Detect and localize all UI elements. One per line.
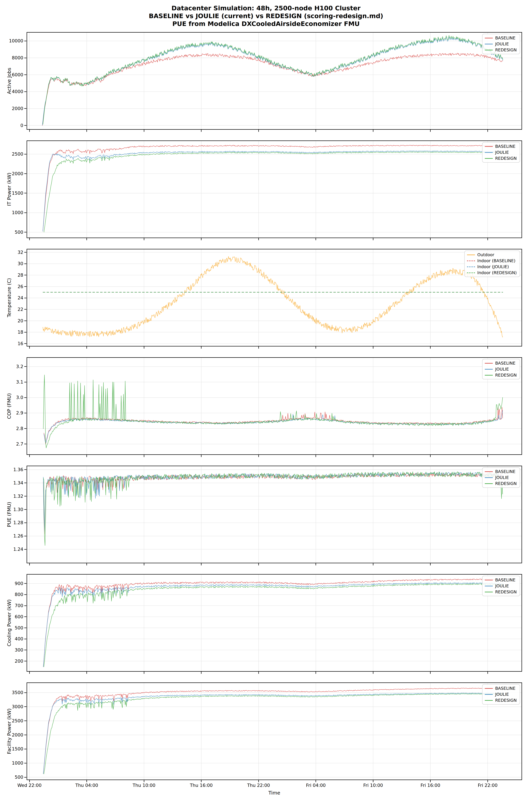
y-tick-mark [24, 692, 26, 693]
y-tick-mark [24, 706, 26, 707]
series-pue-baseline [43, 473, 503, 534]
y-tick-label: 0 [0, 123, 23, 128]
legend-item: REDESIGN [485, 373, 517, 377]
legend-cop: BASELINEJOULIEREDESIGN [482, 359, 520, 379]
legend-item: JOULIE [485, 475, 517, 480]
panel-pue: PUE (FMU)1.241.261.281.301.321.341.36BAS… [0, 466, 532, 567]
legend-label: BASELINE [495, 578, 515, 582]
legend-pue: BASELINEJOULIEREDESIGN [482, 467, 520, 488]
legend-item: REDESIGN [485, 698, 517, 703]
x-tick-mark [258, 130, 259, 132]
y-tick-label: 500 [0, 625, 23, 631]
legend-label: Indoor (BASELINE) [477, 259, 515, 263]
legend-item: REDESIGN [485, 481, 517, 486]
y-tick-label: 800 [0, 592, 23, 597]
y-tick-mark [24, 763, 26, 763]
y-tick-mark [24, 125, 26, 126]
x-tick-mark [373, 346, 374, 349]
y-tick-label: 1.24 [0, 547, 23, 552]
legend-label: REDESIGN [495, 373, 517, 377]
legend-item: REDESIGN [485, 590, 517, 594]
legend-line-swatch [467, 266, 475, 267]
legend-line-swatch [485, 158, 493, 159]
y-tick-label: 6000 [0, 72, 23, 77]
x-tick-mark [316, 780, 316, 782]
y-tick-mark [24, 735, 26, 735]
x-tick-label: Thu 22:00 [239, 783, 279, 788]
y-tick-label: 3500 [0, 690, 23, 695]
y-tick-label: 10000 [0, 38, 23, 43]
legend-label: JOULIE [495, 584, 509, 588]
legend-line-swatch [485, 471, 493, 472]
legend-cooling-power: BASELINEJOULIEREDESIGN [482, 576, 520, 596]
x-tick-mark [201, 130, 202, 132]
x-tick-mark [488, 672, 488, 674]
legend-item: Indoor (REDESIGN) [467, 270, 517, 275]
legend-item: BASELINE [485, 686, 517, 690]
x-tick-mark [430, 780, 431, 782]
plot-area-active-jobs [26, 32, 522, 130]
panel-temperature: Temperature (C)161820222426283032Outdoor… [0, 249, 532, 350]
y-tick-label: 16 [0, 341, 23, 346]
y-tick-mark [24, 428, 26, 429]
legend-label: JOULIE [495, 367, 509, 372]
x-tick-mark [488, 238, 488, 240]
y-tick-label: 400 [0, 636, 23, 642]
series-cooling-power-redesign [44, 584, 503, 667]
legend-item: BASELINE [485, 36, 517, 40]
legend-item: REDESIGN [485, 48, 517, 52]
x-tick-mark [488, 346, 488, 349]
series-temperature-outdoor [43, 256, 503, 337]
legend-label: JOULIE [495, 42, 509, 46]
legend-line-swatch [485, 152, 493, 153]
series-it-power-redesign [44, 152, 503, 232]
x-tick-mark [87, 455, 87, 457]
plot-area-temperature [26, 249, 522, 346]
y-tick-mark [24, 92, 26, 92]
y-tick-mark [24, 650, 26, 650]
y-tick-mark [24, 212, 26, 213]
y-tick-mark [24, 661, 26, 661]
y-tick-mark [24, 275, 26, 275]
y-axis-title-cop: COP (FMU) [6, 357, 12, 455]
y-tick-label: 26 [0, 284, 23, 289]
y-tick-label: 1.28 [0, 520, 23, 525]
x-tick-mark [316, 563, 316, 565]
y-axis-title-cooling-power: Cooling Power (kW) [6, 574, 12, 672]
x-tick-mark [316, 238, 316, 240]
y-tick-mark [24, 193, 26, 193]
x-tick-mark [201, 238, 202, 240]
x-tick-mark [430, 563, 431, 565]
legend-label: REDESIGN [495, 156, 517, 160]
x-tick-label: Fri 10:00 [353, 783, 393, 788]
legend-item: Outdoor [467, 252, 517, 257]
legend-label: REDESIGN [495, 698, 517, 703]
y-tick-mark [24, 496, 26, 496]
plot-area-facility-power [26, 682, 522, 780]
panel-active-jobs: Active Jobs0200040006000800010000BASELIN… [0, 32, 532, 133]
legend-item: BASELINE [485, 361, 517, 365]
y-tick-mark [24, 482, 26, 483]
panel-cooling-power: Cooling Power (kW)2003004005006007008009… [0, 574, 532, 675]
x-tick-mark [488, 780, 488, 782]
x-tick-mark [144, 455, 144, 457]
y-tick-mark [24, 606, 26, 606]
y-axis-title-active-jobs: Active Jobs [6, 32, 12, 130]
y-tick-label: 1000 [0, 210, 23, 215]
x-tick-mark [488, 563, 488, 565]
figure-title-line2: BASELINE vs JOULIE (current) vs REDESIGN… [0, 12, 532, 20]
y-tick-label: 2000 [0, 106, 23, 111]
legend-temperature: OutdoorIndoor (BASELINE)Indoor (JOULIE)I… [464, 250, 520, 277]
y-tick-label: 4000 [0, 89, 23, 94]
x-tick-mark [29, 455, 30, 457]
series-cooling-power-joulie [43, 583, 503, 667]
legend-line-swatch [485, 38, 493, 38]
legend-active-jobs: BASELINEJOULIEREDESIGN [482, 34, 520, 54]
x-tick-label: Fri 22:00 [468, 783, 508, 788]
x-tick-mark [201, 672, 202, 674]
x-tick-label: Wed 22:00 [10, 783, 50, 788]
x-tick-mark [258, 455, 259, 457]
y-tick-mark [24, 332, 26, 332]
y-tick-mark [24, 509, 26, 510]
y-tick-mark [24, 298, 26, 298]
